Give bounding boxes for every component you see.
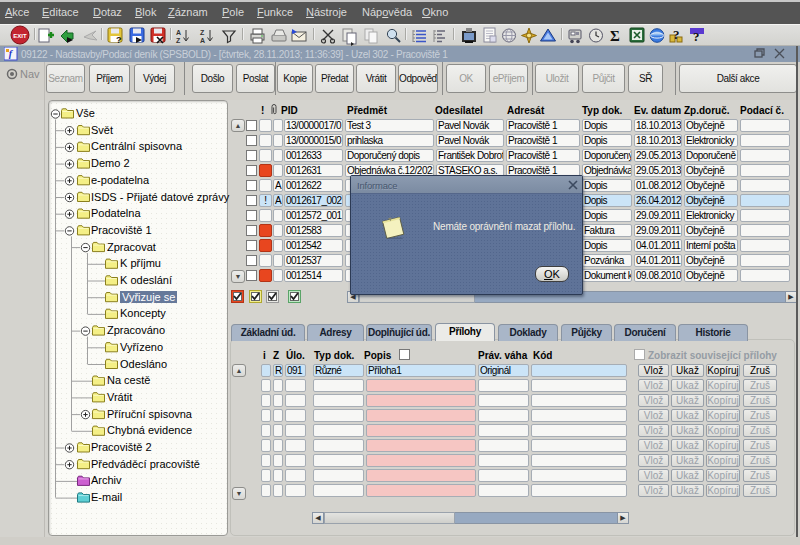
svg-text:?: ? [673, 27, 680, 42]
svg-text:?: ? [693, 29, 700, 44]
svg-text:Σ: Σ [610, 28, 620, 44]
